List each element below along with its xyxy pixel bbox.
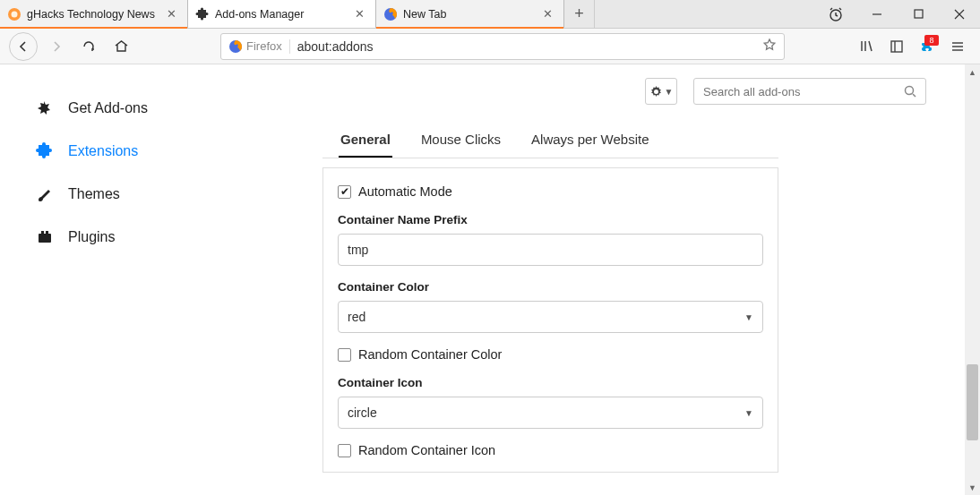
url-input[interactable] — [297, 39, 755, 54]
icon-select[interactable]: circle ▼ — [338, 397, 763, 429]
sidebar-item-label: Themes — [68, 186, 120, 202]
ghacks-favicon — [7, 7, 21, 21]
plugin-icon — [34, 226, 56, 248]
scrollbar-thumb[interactable] — [967, 364, 978, 440]
search-addons-box[interactable] — [693, 78, 926, 105]
general-panel: ✔ Automatic Mode Container Name Prefix C… — [322, 167, 778, 473]
chevron-down-icon: ▼ — [665, 87, 674, 97]
maximize-button[interactable] — [898, 0, 939, 29]
puzzle-icon — [34, 141, 56, 162]
search-icon — [904, 85, 916, 98]
minimize-button[interactable] — [856, 0, 898, 29]
random-icon-checkbox[interactable] — [338, 444, 351, 457]
library-icon[interactable] — [853, 33, 880, 60]
sidebar-item-extensions[interactable]: Extensions — [34, 130, 322, 173]
random-icon-label: Random Container Icon — [358, 443, 495, 457]
svg-rect-9 — [46, 231, 48, 234]
browser-tab-newtab[interactable]: New Tab ✕ — [376, 0, 564, 28]
random-icon-row[interactable]: Random Container Icon — [338, 443, 763, 457]
sidebar-item-plugins[interactable]: Plugins — [34, 216, 322, 259]
alarm-icon[interactable] — [815, 6, 856, 22]
scroll-down-icon[interactable]: ▼ — [965, 480, 980, 495]
icon-label: Container Icon — [338, 376, 763, 389]
tab-label: New Tab — [403, 8, 535, 21]
vertical-scrollbar[interactable]: ▲ ▼ — [965, 64, 980, 495]
new-tab-button[interactable]: + — [564, 0, 595, 28]
tab-general[interactable]: General — [339, 123, 392, 158]
close-icon[interactable]: ✕ — [352, 7, 366, 21]
chevron-down-icon: ▼ — [744, 408, 753, 418]
bookmark-star-icon[interactable] — [762, 38, 777, 55]
sidebar-item-themes[interactable]: Themes — [34, 173, 322, 216]
icon-value: circle — [348, 405, 377, 420]
addons-page: Get Add-ons Extensions Themes Plugins ▼ — [0, 64, 980, 495]
back-button[interactable] — [9, 32, 38, 61]
random-color-checkbox[interactable] — [338, 348, 351, 362]
identity-box[interactable]: Firefox — [228, 39, 290, 54]
forward-button[interactable] — [43, 33, 70, 60]
tab-label: Add-ons Manager — [215, 8, 347, 21]
getaddons-icon — [34, 98, 56, 119]
svg-rect-6 — [891, 41, 902, 52]
menu-icon[interactable] — [944, 33, 971, 60]
addons-sidebar: Get Add-ons Extensions Themes Plugins — [0, 64, 322, 495]
tools-button[interactable]: ▼ — [645, 78, 677, 105]
sidebar-item-label: Plugins — [68, 229, 115, 245]
puzzle-icon — [195, 7, 210, 21]
tab-always-per-website[interactable]: Always per Website — [529, 123, 650, 158]
automatic-mode-label: Automatic Mode — [358, 184, 452, 199]
close-icon[interactable]: ✕ — [164, 7, 178, 21]
color-label: Container Color — [338, 280, 763, 294]
close-window-button[interactable] — [939, 0, 980, 29]
brush-icon — [34, 183, 56, 205]
prefix-label: Container Name Prefix — [338, 213, 763, 226]
close-icon[interactable]: ✕ — [540, 7, 554, 21]
random-color-row[interactable]: Random Container Color — [338, 347, 763, 362]
color-select[interactable]: red ▼ — [338, 301, 763, 333]
svg-point-10 — [906, 87, 914, 95]
svg-rect-7 — [39, 234, 51, 243]
browser-tab-addons[interactable]: Add-ons Manager ✕ — [188, 0, 376, 28]
url-bar[interactable]: Firefox — [220, 33, 785, 60]
prefix-input[interactable] — [338, 234, 763, 266]
random-color-label: Random Container Color — [358, 347, 502, 362]
sidebar-icon[interactable] — [883, 33, 910, 60]
identity-label: Firefox — [246, 39, 282, 53]
sidebar-item-label: Get Add-ons — [68, 100, 148, 116]
svg-rect-8 — [41, 231, 44, 234]
automatic-mode-checkbox[interactable]: ✔ — [338, 185, 351, 199]
firefox-icon — [383, 7, 398, 21]
scroll-up-icon[interactable]: ▲ — [965, 64, 980, 80]
browser-tab-ghacks[interactable]: gHacks Technology News ✕ — [0, 0, 188, 28]
tab-label: gHacks Technology News — [27, 8, 159, 21]
home-button[interactable] — [107, 33, 134, 60]
svg-point-1 — [12, 11, 18, 17]
search-addons-input[interactable] — [703, 85, 904, 98]
nav-toolbar: Firefox — [0, 29, 980, 64]
svg-rect-4 — [915, 10, 923, 18]
sidebar-item-label: Extensions — [68, 143, 138, 159]
tab-mouse-clicks[interactable]: Mouse Clicks — [419, 123, 503, 158]
addons-main: ▼ General Mouse Clicks Always per Websit… — [322, 64, 980, 495]
extension-option-tabs: General Mouse Clicks Always per Website — [339, 123, 762, 158]
tab-strip: gHacks Technology News ✕ Add-ons Manager… — [0, 0, 980, 29]
extension-badge-icon[interactable] — [914, 33, 941, 60]
reload-button[interactable] — [75, 33, 102, 60]
automatic-mode-row[interactable]: ✔ Automatic Mode — [338, 184, 763, 199]
color-value: red — [348, 310, 365, 324]
sidebar-item-getaddons[interactable]: Get Add-ons — [34, 87, 322, 130]
chevron-down-icon: ▼ — [744, 312, 753, 322]
